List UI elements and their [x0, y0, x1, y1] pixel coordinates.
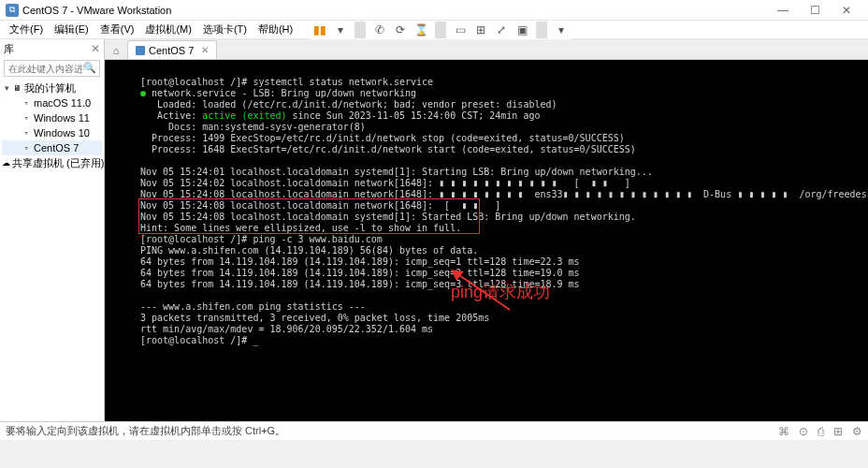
sidebar-heading: 库	[4, 42, 14, 56]
highlight-box	[138, 198, 480, 234]
toolbar-separator	[536, 22, 547, 38]
term-line: Process: 1648 ExecStart=/etc/rc.d/init.d…	[140, 144, 636, 154]
tab-bar: ⌂ CentOS 7 ✕	[105, 39, 868, 60]
dropdown-icon[interactable]: ▾	[330, 20, 351, 40]
pause-icon[interactable]: ▮▮	[310, 20, 330, 40]
tree-item-win11[interactable]: ▫Windows 11	[2, 110, 102, 125]
home-icon[interactable]: ⌂	[107, 42, 125, 59]
tab-close-icon[interactable]: ✕	[201, 45, 209, 55]
status-device-icon[interactable]: ⎙	[817, 425, 824, 438]
tree-label: Windows 10	[34, 127, 90, 139]
title-bar: ⧉ CentOS 7 - VMware Workstation — ☐ ✕	[0, 0, 868, 21]
menu-tabs[interactable]: 选项卡(T)	[197, 22, 253, 37]
send-icon[interactable]: ✆	[369, 20, 390, 40]
menu-file[interactable]: 文件(F)	[4, 22, 49, 37]
term-line: Nov 05 15:24:02 localhost.localdomain ne…	[140, 178, 630, 188]
vm-icon: ▫	[21, 97, 32, 109]
tab-label: CentOS 7	[149, 45, 194, 56]
overflow-icon[interactable]: ▾	[551, 20, 571, 40]
window-title: CentOS 7 - VMware Workstation	[22, 5, 767, 16]
term-line: since Sun 2023-11-05 15:24:00 CST; 24min…	[287, 110, 541, 121]
status-device-icon[interactable]: ⚙	[852, 425, 862, 438]
fullscreen-icon[interactable]: ⤢	[491, 20, 512, 40]
toolbar-separator	[435, 22, 446, 38]
term-line: 64 bytes from 14.119.104.189 (14.119.104…	[140, 256, 580, 267]
term-line: Active:	[140, 110, 202, 121]
tree-item-win10[interactable]: ▫Windows 10	[2, 125, 102, 140]
tree-item-macos[interactable]: ▫macOS 11.0	[2, 95, 102, 110]
tree-label: Windows 11	[34, 112, 90, 124]
status-text: 要将输入定向到该虚拟机，请在虚拟机内部单击或按 Ctrl+G。	[6, 424, 285, 438]
stretch-icon[interactable]: ▣	[512, 20, 532, 40]
vm-tree: ▾🖥我的计算机 ▫macOS 11.0 ▫Windows 11 ▫Windows…	[0, 79, 104, 421]
term-line: network.service - LSB: Bring up/down net…	[146, 88, 416, 98]
term-line: [root@localhost /]# _	[140, 335, 258, 345]
term-line: [root@localhost /]# ping -c 3 www.baidu.…	[140, 234, 383, 244]
term-line: rtt min/avg/max/mdev = 18.906/20.095/22.…	[140, 324, 433, 334]
close-button[interactable]: ✕	[831, 2, 862, 19]
vm-icon: ▫	[21, 142, 32, 154]
term-line: Loaded: loaded (/etc/rc.d/init.d/network…	[140, 99, 557, 110]
computer-icon: 🖥	[11, 82, 22, 94]
term-line: [root@localhost /]# systemctl status net…	[140, 77, 433, 87]
search-icon[interactable]: 🔍	[83, 62, 96, 74]
menu-edit[interactable]: 编辑(E)	[49, 22, 94, 37]
library-sidebar: 库 ✕ 🔍 ▾🖥我的计算机 ▫macOS 11.0 ▫Windows 11 ▫W…	[0, 39, 105, 421]
sidebar-close-icon[interactable]: ✕	[91, 42, 100, 55]
vm-icon: ▫	[21, 127, 32, 139]
annotation-text: ping请求成功	[451, 286, 550, 298]
status-bar: 要将输入定向到该虚拟机，请在虚拟机内部单击或按 Ctrl+G。 ⌘ ⊙ ⎙ ⊞ …	[0, 421, 868, 440]
toolbar-separator	[354, 22, 366, 38]
cycle-icon[interactable]: ⟳	[390, 20, 411, 40]
tree-label: 我的计算机	[24, 81, 76, 95]
menu-vm[interactable]: 虚拟机(M)	[139, 22, 197, 37]
svg-marker-1	[451, 270, 464, 281]
status-device-icon[interactable]: ⊞	[833, 425, 843, 438]
minimize-button[interactable]: —	[767, 2, 799, 19]
status-device-icon[interactable]: ⊙	[799, 425, 808, 438]
thumb-icon[interactable]: ⊞	[470, 20, 491, 40]
menu-view[interactable]: 查看(V)	[94, 22, 140, 37]
term-line: PING www.a.shifen.com (14.119.104.189) 5…	[140, 245, 478, 256]
shared-icon: ☁	[2, 157, 10, 168]
tab-vm-icon	[136, 46, 145, 55]
tab-centos7[interactable]: CentOS 7 ✕	[127, 40, 217, 59]
term-line: Nov 05 15:24:01 localhost.localdomain sy…	[140, 167, 653, 177]
tree-item-centos7[interactable]: ▫CentOS 7	[2, 140, 102, 155]
tree-item-shared[interactable]: ☁共享虚拟机 (已弃用)	[2, 155, 102, 170]
term-line: Docs: man:systemd-sysv-generator(8)	[140, 122, 366, 132]
term-line: Process: 1499 ExecStop=/etc/rc.d/init.d/…	[140, 133, 625, 143]
status-device-icon[interactable]: ⌘	[778, 425, 789, 438]
unity-icon[interactable]: ▭	[450, 20, 470, 40]
app-icon: ⧉	[6, 4, 19, 17]
terminal-output[interactable]: [root@localhost /]# systemctl status net…	[105, 60, 868, 421]
tree-label: 共享虚拟机 (已弃用)	[12, 156, 104, 170]
term-active: active (exited)	[202, 110, 286, 121]
tree-label: CentOS 7	[34, 142, 79, 154]
maximize-button[interactable]: ☐	[799, 2, 831, 19]
tree-label: macOS 11.0	[34, 97, 91, 109]
term-line: --- www.a.shifen.com ping statistics ---	[140, 301, 366, 312]
menu-bar: 文件(F) 编辑(E) 查看(V) 虚拟机(M) 选项卡(T) 帮助(H) ▮▮…	[0, 21, 868, 39]
tree-item-mycomputer[interactable]: ▾🖥我的计算机	[2, 80, 102, 95]
menu-help[interactable]: 帮助(H)	[253, 22, 298, 37]
snapshot-icon[interactable]: ⌛	[411, 20, 431, 40]
vm-icon: ▫	[21, 112, 32, 124]
